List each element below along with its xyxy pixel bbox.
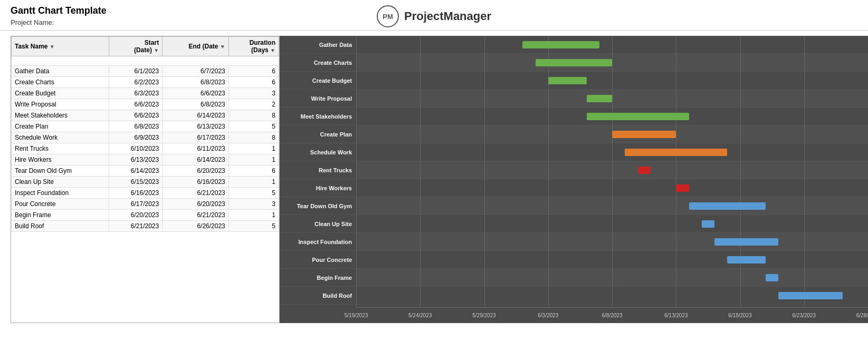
gantt-bar-area [356,36,868,307]
pm-name: ProjectManager [404,9,491,23]
header: Gantt Chart Template Project Name: PM Pr… [0,0,868,31]
task-name-cell: Begin Frame [12,210,109,221]
gantt-label: Write Proposal [280,90,356,108]
table-row: Schedule Work 6/9/2023 6/17/2023 8 [12,132,279,143]
gantt-label: Pour Concrete [280,251,356,269]
task-duration-cell: 5 [228,188,279,199]
task-end-cell: 6/6/2023 [163,88,229,99]
task-name-cell: Gather Data [12,66,109,77]
task-end-cell: 6/21/2023 [163,188,229,199]
task-start-cell: 6/9/2023 [109,132,162,143]
task-duration-cell: 3 [228,88,279,99]
col-task[interactable]: Task Name ▼ [12,37,109,56]
grid-line [420,36,421,307]
task-start-cell: 6/6/2023 [109,99,162,110]
task-name-cell: Hire Workers [12,154,109,165]
task-duration-cell: 1 [228,177,279,188]
col-duration[interactable]: Duration(Days ▼ [228,37,279,56]
task-start-cell: 6/1/2023 [109,66,162,77]
task-name-cell: Pour Concrete [12,199,109,210]
gantt-date-axis: 5/19/20235/24/20235/29/20236/3/20236/8/2… [356,307,868,323]
task-name-cell: Create Budget [12,88,109,99]
table-row: Tear Down Old Gym 6/14/2023 6/20/2023 6 [12,165,279,177]
task-name-cell: Tear Down Old Gym [12,165,109,177]
gantt-bar [727,256,766,264]
table-row: Clean Up Site 6/15/2023 6/16/2023 1 [12,177,279,188]
task-start-cell: 6/16/2023 [109,188,162,199]
task-end-cell: 6/11/2023 [163,143,229,154]
gantt-label: Inspect Foundation [280,233,356,251]
axis-date-label: 6/8/2023 [602,313,623,318]
task-name-cell: Write Proposal [12,99,109,110]
task-end-cell: 6/16/2023 [163,177,229,188]
gantt-bar [536,59,613,66]
table-row: Hire Workers 6/13/2023 6/14/2023 1 [12,154,279,165]
gantt-bar [714,238,778,246]
col-start[interactable]: Start(Date) ▼ [109,37,162,56]
gantt-bar [625,149,727,156]
task-duration-cell: 1 [228,143,279,154]
task-name-cell: Create Plan [12,121,109,132]
header-center: PM ProjectManager [222,5,646,27]
axis-date-label: 5/24/2023 [408,313,432,318]
grid-line [804,36,805,307]
pm-logo: PM [377,5,399,27]
table-row: Begin Frame 6/20/2023 6/21/2023 1 [12,210,279,221]
gantt-label: Hire Workers [280,179,356,197]
gantt-label: Gather Data [280,36,356,54]
task-end-cell: 6/8/2023 [163,77,229,88]
project-label: Project Name: [11,18,222,26]
task-end-cell: 6/13/2023 [163,121,229,132]
task-name-cell: Create Charts [12,77,109,88]
gantt-label-column: Gather DataCreate ChartsCreate BudgetWri… [280,36,356,305]
table-row: Create Budget 6/3/2023 6/6/2023 3 [12,88,279,99]
task-start-cell: 6/13/2023 [109,154,162,165]
task-duration-cell: 5 [228,121,279,132]
task-name-cell: Build Roof [12,221,109,232]
gantt-inner: Gather DataCreate ChartsCreate BudgetWri… [280,36,868,323]
table-row: Meet Stakeholders 6/6/2023 6/14/2023 8 [12,110,279,121]
task-name-cell: Rent Trucks [12,143,109,154]
gantt-bar [702,220,714,228]
task-end-cell: 6/26/2023 [163,221,229,232]
task-name-cell: Inspect Foundation [12,188,109,199]
grid-line [676,36,676,307]
gantt-bar [548,77,587,84]
gantt-label: Create Budget [280,72,356,90]
gantt-bar [587,113,689,120]
task-name-cell: Schedule Work [12,132,109,143]
gantt-label: Tear Down Old Gym [280,197,356,215]
task-end-cell: 6/7/2023 [163,66,229,77]
task-start-cell: 6/15/2023 [109,177,162,188]
task-duration-cell: 6 [228,77,279,88]
axis-date-label: 6/28/2023 [856,313,868,318]
task-end-cell: 6/8/2023 [163,99,229,110]
grid-line [740,36,741,307]
main-content: Task Name ▼ Start(Date) ▼ End (Date ▼ Du… [0,31,868,323]
task-end-cell: 6/14/2023 [163,154,229,165]
gantt-bar [522,41,599,48]
gantt-label: Create Charts [280,54,356,72]
axis-date-label: 6/13/2023 [664,313,688,318]
table-row: Build Roof 6/21/2023 6/26/2023 5 [12,221,279,232]
gantt-bar [587,95,613,102]
task-end-cell: 6/21/2023 [163,210,229,221]
table-row: Create Charts 6/2/2023 6/8/2023 6 [12,77,279,88]
axis-date-label: 6/3/2023 [538,313,558,318]
task-end-cell: 6/14/2023 [163,110,229,121]
task-duration-cell: 1 [228,154,279,165]
table-row: Gather Data 6/1/2023 6/7/2023 6 [12,66,279,77]
gantt-label: Rent Trucks [280,161,356,179]
table-row: Write Proposal 6/6/2023 6/8/2023 2 [12,99,279,110]
task-start-cell: 6/20/2023 [109,210,162,221]
gantt-bar [638,167,651,174]
gantt-bar [676,184,689,192]
col-end[interactable]: End (Date ▼ [163,37,229,56]
task-duration-cell: 2 [228,99,279,110]
table-row: Rent Trucks 6/10/2023 6/11/2023 1 [12,143,279,154]
task-duration-cell: 6 [228,165,279,177]
gantt-chart: Gather DataCreate ChartsCreate BudgetWri… [280,36,868,323]
task-start-cell: 6/3/2023 [109,88,162,99]
table-row: Create Plan 6/8/2023 6/13/2023 5 [12,121,279,132]
header-left: Gantt Chart Template Project Name: [11,5,222,26]
